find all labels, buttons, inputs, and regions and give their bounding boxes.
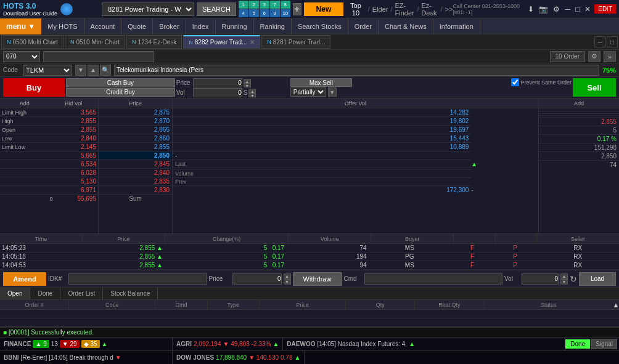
partial-dropdown-btn[interactable]: ▼ xyxy=(328,87,337,97)
maximize-btn[interactable]: □ xyxy=(574,4,581,15)
num-cell-4[interactable]: 4 xyxy=(239,9,248,17)
price-input-row: Price ▲ ▼ xyxy=(176,78,287,87)
gear-icon-btn[interactable]: ⚙ xyxy=(588,51,601,62)
menu-item-index[interactable]: Index xyxy=(186,18,216,34)
tab-close-4[interactable]: ✕ xyxy=(250,39,255,46)
trading-platform-select[interactable]: 8281 Power Trading - W xyxy=(102,2,194,16)
menu-item-broker[interactable]: Broker xyxy=(153,18,186,34)
vol-down-btn[interactable]: ▼ xyxy=(248,93,256,97)
tab-minimize-btn[interactable]: ─ xyxy=(594,36,605,47)
camera-icon-btn[interactable]: 📷 xyxy=(538,4,549,15)
price-input[interactable] xyxy=(193,78,242,87)
menu-button[interactable]: menu ▼ xyxy=(0,18,41,34)
num-cell-8[interactable]: 8 xyxy=(281,1,290,9)
price-vol-panel: Price ▲ ▼ Vol S ▲ ▼ xyxy=(176,78,287,97)
order-tab-open[interactable]: Open xyxy=(0,288,30,299)
order-qty-header: Qty xyxy=(346,300,415,309)
price-input-amend[interactable] xyxy=(232,273,282,285)
menu-item-ranking[interactable]: Ranking xyxy=(254,18,292,34)
table-row: Prev xyxy=(173,178,538,186)
vol-up-amend[interactable]: ▲ xyxy=(560,273,568,279)
withdraw-button[interactable]: Withdraw xyxy=(293,272,342,286)
num-cell-9[interactable]: 9 xyxy=(270,9,280,17)
settings-icon-btn[interactable]: ⚙ xyxy=(552,4,561,15)
ez-desk-link[interactable]: Ez-Desk xyxy=(421,2,438,17)
add-button[interactable]: + xyxy=(293,3,301,15)
minimize-btn[interactable]: ─ xyxy=(564,4,572,15)
menu-item-chart-news[interactable]: Chart & News xyxy=(379,18,433,34)
cash-buy-button[interactable]: Cash Buy xyxy=(66,78,175,87)
prevent-checkbox[interactable] xyxy=(511,78,519,86)
done-button[interactable]: Done xyxy=(565,339,590,349)
idk-input[interactable] xyxy=(68,273,207,285)
num-cell-3[interactable]: 3 xyxy=(260,1,269,9)
edit-button[interactable]: EDIT xyxy=(594,4,616,14)
order-tab-stock-balance[interactable]: Stock Balance xyxy=(103,288,158,299)
panel-search-input[interactable] xyxy=(43,51,154,62)
code-select[interactable]: TLKM xyxy=(23,65,72,76)
num-cell-7[interactable]: 7 xyxy=(270,1,280,9)
menu-item-order[interactable]: Order xyxy=(348,18,379,34)
menu-item-account[interactable]: Account xyxy=(84,18,122,34)
code-arrow-up-btn[interactable]: ▲ xyxy=(88,65,99,76)
num-cell-6[interactable]: 6 xyxy=(260,9,269,17)
code-arrow-down-btn[interactable]: ▼ xyxy=(75,65,86,76)
sell-button[interactable]: Sell xyxy=(573,78,616,97)
logo-title: HOTS 3.0 xyxy=(3,2,57,10)
expand-btn[interactable]: » xyxy=(604,51,616,62)
top10-button[interactable]: Top 10 xyxy=(346,1,365,18)
company-name-input[interactable] xyxy=(114,65,599,76)
order-tab-done[interactable]: Done xyxy=(30,288,60,299)
menu-item-quote[interactable]: Quote xyxy=(121,18,153,34)
amend-button[interactable]: Amend xyxy=(3,272,46,286)
panel-dropdown[interactable]: 070 xyxy=(3,51,40,62)
code-search-btn[interactable]: 🔍 xyxy=(100,65,111,76)
divider1: / xyxy=(368,6,370,13)
menu-item-myhots[interactable]: My HOTS xyxy=(41,18,84,34)
more-link[interactable]: >> xyxy=(445,6,453,13)
buy-button[interactable]: Buy xyxy=(3,78,65,97)
refresh-icon[interactable]: ↻ xyxy=(570,274,577,284)
close-btn[interactable]: ✕ xyxy=(583,4,592,15)
elder-link[interactable]: Elder xyxy=(372,6,388,13)
menu-item-search-stocks[interactable]: Search Stocks xyxy=(292,18,348,34)
new-button[interactable]: New xyxy=(304,2,344,16)
num-cell-2[interactable]: 2 xyxy=(249,1,259,9)
num-cell-1[interactable]: 1 xyxy=(239,1,248,9)
price-cell: 2,845 xyxy=(99,160,172,169)
partial-select[interactable]: Partially xyxy=(290,87,326,97)
download-icon-btn[interactable]: ⬇ xyxy=(527,4,535,15)
search-button[interactable]: SEARCH xyxy=(197,2,236,16)
ez-finder-link[interactable]: EZ-Finder xyxy=(395,2,415,17)
price-up-amend[interactable]: ▲ xyxy=(284,273,291,279)
table-row: 2,870 xyxy=(99,117,172,126)
max-sell-button[interactable]: Max Sell xyxy=(290,78,352,87)
price-cell: 2,835 xyxy=(99,177,172,186)
tab-1234-ez-desk[interactable]: N 1234 Ez-Desk xyxy=(126,35,182,49)
price-up-btn[interactable]: ▲ xyxy=(244,79,251,83)
price-down-amend[interactable]: ▼ xyxy=(284,279,291,285)
price-down-btn[interactable]: ▼ xyxy=(244,83,251,87)
tab-0510-mini-chart[interactable]: N 0510 Mini Chart xyxy=(65,35,125,49)
finance-label: FINANCE xyxy=(4,341,31,347)
num-cell-10[interactable]: 10 xyxy=(281,9,290,17)
menu-item-running[interactable]: Running xyxy=(216,18,254,34)
vol-input[interactable] xyxy=(193,88,242,97)
tab-8281-power-trading[interactable]: N 8281 Power Trad... xyxy=(261,35,330,49)
vol-up-btn[interactable]: ▲ xyxy=(248,89,256,93)
credit-buy-button[interactable]: Credit Buy xyxy=(66,88,175,97)
cmd-input[interactable] xyxy=(364,273,503,285)
tab-restore-btn[interactable]: □ xyxy=(607,36,618,47)
ticker-daewoo: DAEWOO [14:05] Nasdaq Index Futures: 4, … xyxy=(283,338,565,351)
signal-button[interactable]: Signal xyxy=(591,339,617,349)
vol-input-amend[interactable] xyxy=(522,273,559,285)
order-tab-list[interactable]: Order List xyxy=(60,288,103,299)
vol-down-amend[interactable]: ▼ xyxy=(560,279,568,285)
num-cell-5[interactable]: 5 xyxy=(249,9,259,17)
tab-8282-power-trading[interactable]: N 8282 Power Trad... ✕ xyxy=(183,35,260,49)
trade-b2-3: P xyxy=(494,262,537,269)
load-button[interactable]: Load xyxy=(579,272,616,286)
menu-item-information[interactable]: Information xyxy=(433,18,480,34)
order-scroll-up-btn[interactable]: ▲ xyxy=(613,300,619,309)
tab-0500-multi-chart[interactable]: N 0500 Multi Chart xyxy=(1,35,64,49)
